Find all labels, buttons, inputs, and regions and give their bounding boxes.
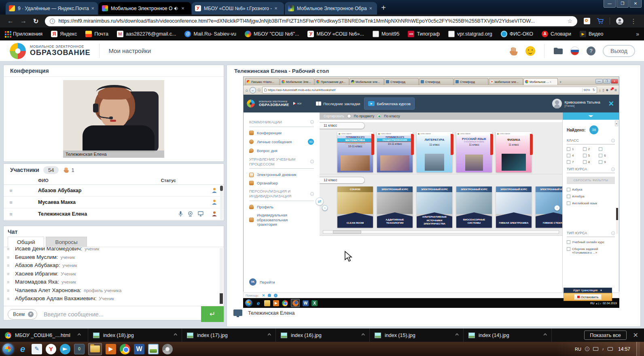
collapse-icon[interactable]: – <box>611 231 615 235</box>
download-item[interactable]: index (14).jpg^ <box>464 328 552 342</box>
drag-handle-icon[interactable]: ≡ <box>8 188 14 194</box>
home-icon[interactable]: ⌂ <box>246 88 248 92</box>
bookmark-fis-oko[interactable]: ФИС-ОКО <box>501 31 533 37</box>
remote-new-tab-button[interactable]: + <box>559 80 561 84</box>
start-orb-icon[interactable] <box>2 343 14 355</box>
tab-audio-icon[interactable] <box>174 6 179 11</box>
checkbox-icon[interactable] <box>567 147 570 151</box>
bookmark-video[interactable]: ▶Видео <box>580 31 604 37</box>
minimize-button[interactable]: — <box>604 0 616 8</box>
course-card-literature[interactable]: ОБРАЗОВАНИЕ ЛИТЕРАТУРА 11 класс <box>417 132 452 172</box>
bookmark-statgrad[interactable]: vpr.statgrad.org <box>448 31 492 37</box>
collapse-icon[interactable]: – <box>611 139 615 142</box>
filter-scroll-up-icon[interactable]: ▲ <box>615 121 618 126</box>
tab-close-icon[interactable]: × <box>369 5 373 11</box>
course-card-flex-electronics[interactable]: ЭЛЕКТРОННЫЙ КУРС ГИБКАЯ ЭЛЕКТРОНИКА <box>496 186 532 228</box>
download-item[interactable]: index (18).jpg^ <box>88 328 182 342</box>
class-checkbox[interactable]: 9 <box>599 160 615 164</box>
remote-tab[interactable]: Стемфорд <box>419 78 453 85</box>
scissors-icon[interactable]: ✕ <box>261 294 265 297</box>
bookmark-slovari[interactable]: AСловари <box>542 31 571 37</box>
download-item[interactable]: МБОУ _СОШН6_....html^ <box>0 328 88 342</box>
nav-course-library[interactable]: ▶Библиотека курсов <box>364 97 415 110</box>
browser-tab-school-site[interactable]: У МБОУ «СОШ №6» г.Грозного - × <box>192 2 284 15</box>
remote-tab[interactable]: Мобильное Эле... <box>280 78 314 85</box>
new-tab-button[interactable]: + <box>378 2 389 14</box>
bell-icon[interactable] <box>268 294 271 297</box>
bookmark-school-1[interactable]: МБОУ "СОШ №6"... <box>245 31 299 37</box>
class-checkbox[interactable]: 4 <box>567 154 583 157</box>
show-desktop-button[interactable] <box>636 342 640 356</box>
download-item[interactable]: index (17).jpg^ <box>182 328 276 342</box>
checkbox-icon[interactable] <box>567 154 570 157</box>
notification-flag-icon[interactable]: ⚑ <box>610 88 613 92</box>
bookmark-star-icon[interactable]: ☆ <box>567 18 572 24</box>
checkbox-icon[interactable] <box>567 160 570 164</box>
sidebar-item-question-of-day[interactable]: Вопрос дня <box>249 148 314 153</box>
tab-close-icon[interactable]: × <box>274 5 278 11</box>
collapse-icon[interactable]: – <box>310 192 314 196</box>
shield-icon[interactable]: ◈ <box>606 88 608 92</box>
remote-restore-button[interactable]: ❒ <box>603 79 610 84</box>
forward-icon[interactable]: → <box>20 17 27 25</box>
browser-tab-active-conference[interactable]: Мобильное Электронное О × <box>99 2 191 15</box>
drag-handle-icon[interactable]: ≡ <box>8 211 14 217</box>
back-icon[interactable]: ← <box>7 17 14 25</box>
site-info-icon[interactable]: ⓘ <box>258 88 261 92</box>
participants-scrollbar[interactable] <box>220 186 223 220</box>
emoji-icon[interactable] <box>525 46 535 56</box>
taskbar-chrome-icon[interactable] <box>120 344 130 354</box>
remote-start-orb-icon[interactable] <box>245 299 252 307</box>
participant-row-presenter[interactable]: ≡ Тележинская Елена <box>4 208 224 220</box>
taskbar-photo-viewer-icon[interactable] <box>148 344 159 354</box>
meo-logo-icon[interactable] <box>10 43 26 59</box>
checkbox-icon[interactable] <box>583 147 587 151</box>
logout-button[interactable]: Выход <box>603 45 635 57</box>
stop-broadcast-button[interactable]: Остановить <box>574 294 602 300</box>
remote-close-button[interactable]: × <box>611 79 618 84</box>
participant-row[interactable]: ≡ Абазов Абубакар <box>4 185 224 197</box>
tray-alert-icon[interactable]: ! <box>585 347 589 351</box>
browser-tab-yandex-mail[interactable]: 9 · Удалённые — Яндекс.Почта × <box>6 2 98 15</box>
bookmark-mailru[interactable]: @Mail.Ru- Sabiev-vu <box>184 31 236 37</box>
tray-display-icon[interactable] <box>608 347 613 351</box>
course-card-additive[interactable]: ЭЛЕКТРОННЫЙ КУРС АДДИТИВНЫЕ ТЕХНОЛОГИИ <box>377 186 413 228</box>
taskbar-powerpoint-icon[interactable]: ▶ <box>106 344 116 354</box>
remote-back-icon[interactable]: ← <box>250 87 256 93</box>
remote-tab[interactable]: Стемфорд <box>454 78 488 85</box>
participant-row[interactable]: ≡ Мусаева Макка <box>4 197 224 208</box>
remote-tab[interactable]: Мобильное эле... <box>350 78 384 85</box>
tray-volume-icon[interactable]: ♪ <box>602 347 604 351</box>
remote-tab[interactable]: Письмо «Напо... <box>245 78 280 85</box>
reset-filters-button[interactable]: СБРОСИТЬ ФИЛЬТРЫ <box>567 177 615 184</box>
remote-address-bar[interactable]: https://asi-futurestaff.mob-edu.ru/ui/#/… <box>262 87 597 93</box>
show-all-downloads-button[interactable]: Показать все <box>584 331 626 340</box>
scrollbar-thumb[interactable] <box>333 231 361 233</box>
download-item[interactable]: index (15).jpg^ <box>370 328 464 342</box>
checkbox-icon[interactable] <box>567 195 570 198</box>
raise-hand-icon[interactable] <box>509 47 518 55</box>
my-settings-link[interactable]: Мои настройки <box>108 47 151 54</box>
close-button[interactable]: ✕ <box>629 0 642 8</box>
carousel-right-arrow[interactable]: › <box>554 205 560 211</box>
download-item[interactable]: index (16).jpg^ <box>276 328 370 342</box>
checkbox-icon[interactable] <box>567 247 570 251</box>
drag-handle-icon[interactable]: ≡ <box>8 199 14 206</box>
taskbar-calculator-icon[interactable]: 0 <box>74 344 85 354</box>
address-bar[interactable]: i https://mf9.miranimbus.ru/vfs/download… <box>45 16 577 26</box>
taskbar-ie-icon[interactable]: e <box>17 344 28 354</box>
send-message-button[interactable]: ↵ <box>201 306 224 322</box>
subject-checkbox[interactable]: Английский язык <box>567 201 615 205</box>
downloads-close-icon[interactable]: ✕ <box>633 331 638 339</box>
filter-scrollbar[interactable] <box>616 208 618 234</box>
course-card-alt-energy[interactable]: ЭЛЕКТРОННЫЙ КУРС АЛЬТЕРНАТИВНЫЕ ИСТОЧНИК… <box>417 186 452 228</box>
recipient-dropdown[interactable]: Всем▼ <box>8 309 37 320</box>
nav-last-bookmarks[interactable]: Последние закладки <box>316 102 360 106</box>
files-folder-icon[interactable] <box>553 47 563 55</box>
checkbox-icon[interactable] <box>567 240 570 244</box>
remote-excel-icon[interactable]: X <box>311 300 318 306</box>
taskbar-telegram-icon[interactable] <box>60 344 70 354</box>
taskbar-word-icon[interactable]: W <box>134 344 144 354</box>
class-checkbox[interactable]: 6 <box>599 154 615 157</box>
filter-header[interactable] <box>563 112 619 120</box>
